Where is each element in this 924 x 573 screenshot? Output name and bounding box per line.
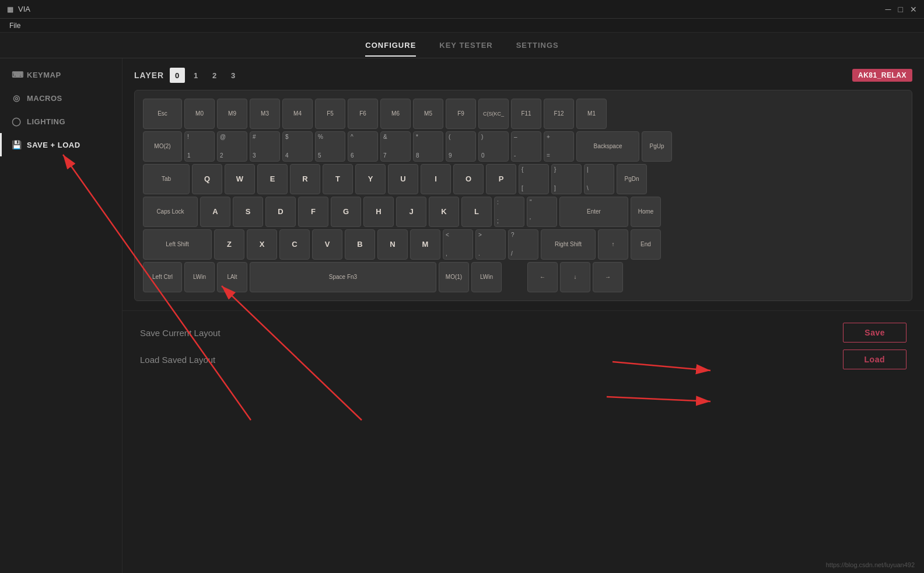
key-m3[interactable]: M3 [250,99,280,129]
title-bar-left: ▦ VIA [7,5,30,13]
sidebar-item-keymap[interactable]: ⌨ KEYMAP [0,63,122,86]
key-5[interactable]: %5 [315,131,345,162]
key-f5[interactable]: F5 [315,99,345,129]
key-f11[interactable]: F11 [511,99,541,129]
key-cskc[interactable]: C(S(KC_ [478,99,509,129]
key-left-ctrl[interactable]: Left Ctrl [143,262,182,292]
file-menu[interactable]: File [5,20,25,31]
key-p[interactable]: P [486,164,516,194]
sidebar-item-keymap-label: KEYMAP [27,71,61,79]
key-m[interactable]: M [410,229,440,260]
key-up[interactable]: ↑ [598,229,628,260]
key-period[interactable]: >. [475,229,506,260]
key-esc[interactable]: Esc [143,99,182,129]
key-pgup[interactable]: PgUp [642,131,672,162]
close-button[interactable]: ✕ [910,5,917,14]
key-semicolon[interactable]: :; [494,197,524,227]
key-8[interactable]: *8 [413,131,443,162]
key-mo1[interactable]: MO(1) [439,262,469,292]
tab-settings[interactable]: SETTINGS [516,39,559,52]
key-c[interactable]: C [279,229,310,260]
key-4[interactable]: $4 [282,131,313,162]
key-comma[interactable]: <, [443,229,473,260]
key-minus[interactable]: –- [511,131,541,162]
key-f[interactable]: F [298,197,328,227]
key-l[interactable]: L [461,197,492,227]
key-s[interactable]: S [233,197,263,227]
key-r[interactable]: R [290,164,320,194]
key-f12[interactable]: F12 [544,99,574,129]
key-m0[interactable]: M0 [184,99,215,129]
tab-configure[interactable]: CONFIGURE [365,39,416,52]
key-t[interactable]: T [323,164,353,194]
key-rwin[interactable]: LWin [471,262,502,292]
key-b[interactable]: B [345,229,375,260]
key-backspace[interactable]: Backspace [576,131,639,162]
layer-3-button[interactable]: 3 [226,68,241,83]
key-d[interactable]: D [265,197,296,227]
key-f9[interactable]: F9 [446,99,476,129]
key-e[interactable]: E [257,164,288,194]
maximize-button[interactable]: □ [898,5,903,14]
key-9[interactable]: (9 [446,131,476,162]
layer-0-button[interactable]: 0 [170,68,185,83]
layer-1-button[interactable]: 1 [188,68,204,83]
key-m6[interactable]: M6 [380,99,411,129]
key-enter[interactable]: Enter [559,197,628,227]
key-rbracket[interactable]: }] [551,164,582,194]
key-w[interactable]: W [225,164,255,194]
key-n[interactable]: N [377,229,408,260]
key-caps-lock[interactable]: Caps Lock [143,197,198,227]
sidebar-item-macros[interactable]: ◎ MACROS [0,86,122,110]
key-pgdn[interactable]: PgDn [617,164,647,194]
key-m9[interactable]: M9 [217,99,247,129]
key-1[interactable]: !1 [184,131,215,162]
key-lalt[interactable]: LAlt [217,262,247,292]
key-z[interactable]: Z [214,229,244,260]
key-u[interactable]: U [388,164,418,194]
key-j[interactable]: J [396,197,426,227]
key-3[interactable]: #3 [250,131,280,162]
key-quote[interactable]: "' [527,197,557,227]
key-tab[interactable]: Tab [143,164,190,194]
key-o[interactable]: O [453,164,484,194]
key-a[interactable]: A [200,197,230,227]
key-m4[interactable]: M4 [282,99,313,129]
key-0[interactable]: )0 [478,131,509,162]
key-home[interactable]: Home [631,197,661,227]
key-h[interactable]: H [363,197,394,227]
key-equals[interactable]: += [544,131,574,162]
key-mo2[interactable]: MO(2) [143,131,182,162]
key-f6[interactable]: F6 [348,99,378,129]
key-7[interactable]: &7 [380,131,411,162]
tab-key-tester[interactable]: KEY TESTER [439,39,492,52]
sidebar-item-save-load[interactable]: 💾 SAVE + LOAD [0,133,122,156]
key-x[interactable]: X [247,229,277,260]
minimize-button[interactable]: ─ [886,5,891,14]
sidebar-item-lighting[interactable]: ◯ LIGHTING [0,110,122,133]
key-right-shift[interactable]: Right Shift [541,229,596,260]
key-down[interactable]: ↓ [560,262,590,292]
key-lwin[interactable]: LWin [184,262,215,292]
key-g[interactable]: G [331,197,361,227]
key-2[interactable]: @2 [217,131,247,162]
key-v[interactable]: V [312,229,342,260]
key-slash[interactable]: ?/ [508,229,538,260]
key-i[interactable]: I [421,164,451,194]
key-right[interactable]: → [593,262,623,292]
key-space[interactable]: Space Fn3 [250,262,436,292]
key-m5[interactable]: M5 [413,99,443,129]
key-left-shift[interactable]: Left Shift [143,229,212,260]
key-end[interactable]: End [631,229,661,260]
key-lbracket[interactable]: {[ [519,164,549,194]
key-y[interactable]: Y [355,164,386,194]
key-left[interactable]: ← [527,262,558,292]
key-q[interactable]: Q [192,164,222,194]
layer-2-button[interactable]: 2 [207,68,222,83]
save-button[interactable]: Save [843,323,907,343]
key-backslash[interactable]: |\ [584,164,614,194]
load-button[interactable]: Load [843,350,907,369]
key-k[interactable]: K [429,197,459,227]
key-m1[interactable]: M1 [576,99,607,129]
key-6[interactable]: ^6 [348,131,378,162]
